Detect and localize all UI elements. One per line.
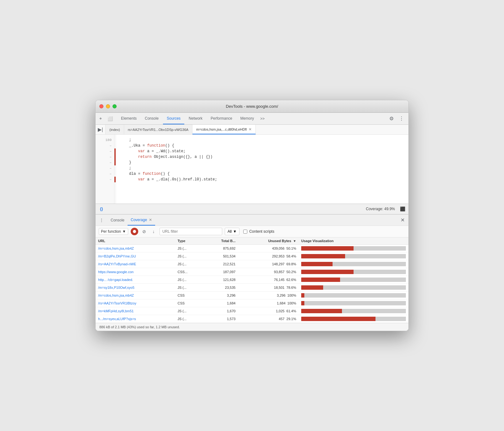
table-row[interactable]: https://www.google.con CSS... 187,097 93…: [96, 268, 408, 276]
cov-line-8: [114, 177, 116, 182]
tab-memory[interactable]: Memory: [237, 113, 258, 124]
content-scripts-checkbox[interactable]: [243, 230, 247, 234]
vis-bar-used: [301, 262, 333, 266]
table-row[interactable]: h.../m=syev,aLUfP?xjs=s JS (... 1,573 45…: [96, 315, 408, 323]
drawer-tab-coverage[interactable]: Coverage ✕: [128, 215, 155, 226]
row-unused: 457 29.1%: [238, 315, 299, 323]
title-bar: DevTools - www.google.com/: [96, 100, 408, 113]
type-filter-chevron-icon: ▼: [233, 229, 237, 234]
row-url: /m=B2qlPe,DhPYme,GU: [96, 252, 175, 260]
line-number-blank-7: –: [96, 177, 114, 182]
vis-bar-unused: [375, 317, 406, 321]
row-total: 23,535: [202, 284, 238, 292]
window-title: DevTools - www.google.com/: [226, 104, 278, 109]
screenshot-button[interactable]: ⬛: [400, 206, 405, 211]
tab-performance[interactable]: Performance: [207, 113, 236, 124]
type-filter-dropdown[interactable]: All ▼: [225, 228, 239, 235]
table-row[interactable]: /m=sy18x,P10Owf,syo5 JS (... 23,535 18,5…: [96, 284, 408, 292]
vis-bar: [301, 278, 406, 282]
download-coverage-button[interactable]: ↓: [150, 228, 157, 235]
code-line-1: ;: [120, 137, 405, 143]
vis-bar-unused: [340, 278, 406, 282]
record-coverage-button[interactable]: [131, 228, 138, 235]
row-url: /rs=AA2YrTssrVR1lBtzoy: [96, 299, 175, 307]
vis-bar-unused: [323, 285, 406, 290]
vis-bar-used: [301, 246, 354, 251]
traffic-lights: [99, 104, 117, 108]
row-type: JS (...: [175, 260, 202, 268]
tab-elements[interactable]: Elements: [117, 113, 140, 124]
coverage-table-wrapper: URL Type Total B... Unused Bytes ▼ Usage…: [96, 237, 408, 323]
file-tab-index[interactable]: (index): [106, 125, 124, 134]
cov-line-4: [114, 154, 116, 160]
table-row[interactable]: /m=cdos,hsm,jsa,mb4Z CSS 3,296 3,296 100…: [96, 292, 408, 299]
row-type: JS (...: [175, 245, 202, 252]
cov-line-3: [114, 148, 116, 154]
drawer-close-button[interactable]: ✕: [399, 216, 406, 224]
row-total: 501,534: [202, 252, 238, 260]
cov-line-5: [114, 160, 116, 165]
url-filter-input[interactable]: [160, 228, 222, 235]
format-button[interactable]: {}: [99, 206, 104, 212]
code-line-5: }: [120, 160, 405, 165]
row-type: JS (...: [175, 284, 202, 292]
coverage-table-head: URL Type Total B... Unused Bytes ▼ Usage…: [96, 237, 408, 245]
line-number-blank-5: –: [96, 165, 114, 171]
content-scripts-label[interactable]: Content scripts: [243, 229, 274, 234]
drawer-tab-coverage-close[interactable]: ✕: [149, 218, 152, 222]
code-line-4: return Object.assign({}, a || {}): [120, 154, 405, 160]
inspect-icon[interactable]: ⌖: [98, 115, 103, 122]
code-line-6: ;: [120, 165, 405, 171]
table-row[interactable]: /rs=AA2YrTssrVR1lBtzoy CSS 1,684 1,684 1…: [96, 299, 408, 307]
tab-settings-group: ⚙ ⋮: [387, 114, 406, 123]
settings-icon[interactable]: ⚙: [387, 114, 396, 123]
file-tab-cdos[interactable]: m=cdos,hsm,jsa,...c,dtl0hd,eHDfl ✕: [192, 125, 256, 134]
table-row[interactable]: /m=B2qlPe,DhPYme,GU JS (... 501,534 292,…: [96, 252, 408, 260]
vis-bar-unused: [304, 293, 406, 298]
table-row[interactable]: http... /cb=gapi.loaded. JS (... 121,628…: [96, 276, 408, 284]
close-button[interactable]: [99, 104, 103, 108]
col-unused[interactable]: Unused Bytes ▼: [238, 237, 299, 245]
row-vis: [299, 260, 408, 268]
coverage-toolbar: Per function ▼ ⊘ ↓ All ▼ Content scripts: [96, 226, 408, 237]
row-type: JS (...: [175, 276, 202, 284]
per-function-dropdown[interactable]: Per function ▼: [99, 228, 128, 235]
drawer-tab-console[interactable]: Console: [108, 215, 128, 226]
row-unused: 1,684 100%: [238, 299, 299, 307]
drawer-tab-coverage-label: Coverage: [131, 218, 147, 222]
tab-sources[interactable]: Sources: [163, 113, 184, 124]
table-row[interactable]: /rs=AA2YrTvBynad-nWE JS (... 212,521 148…: [96, 260, 408, 268]
more-options-icon[interactable]: ⋮: [397, 114, 406, 123]
table-row[interactable]: /m=cdos,hsm,jsa,mb4Z JS (... 875,692 439…: [96, 245, 408, 252]
drawer-menu-icon[interactable]: ⋮: [98, 216, 105, 224]
vis-bar: [301, 317, 406, 321]
row-vis: [299, 268, 408, 276]
vis-bar-used: [301, 301, 304, 305]
row-total: 1,670: [202, 307, 238, 315]
device-icon[interactable]: ⬜: [106, 115, 114, 122]
file-tab-index-label: (index): [109, 128, 120, 132]
reload-coverage-button[interactable]: ⊘: [141, 228, 148, 235]
vis-bar-used: [301, 254, 345, 258]
cov-line-1: [114, 137, 116, 143]
file-tab-aa2yr[interactable]: rs=AA2YrTssrVR1...Obv1DSp-vWG36A: [124, 125, 192, 134]
status-bar: 886 kB of 2.1 MB (43%) used so far, 1.2 …: [96, 323, 408, 331]
col-total[interactable]: Total B...: [202, 237, 238, 245]
col-url[interactable]: URL: [96, 237, 175, 245]
table-row[interactable]: /m=kMFpHd,sy8l,bm51 JS (... 1,670 1,025 …: [96, 307, 408, 315]
file-tab-cdos-close[interactable]: ✕: [249, 127, 252, 131]
line-number-blank-4: –: [96, 160, 114, 165]
row-total: 187,097: [202, 268, 238, 276]
record-inner-dot: [133, 230, 136, 233]
row-unused: 148,297 69.8%: [238, 260, 299, 268]
more-tabs-button[interactable]: >>: [258, 115, 266, 122]
col-type[interactable]: Type: [175, 237, 202, 245]
minimize-button[interactable]: [106, 104, 110, 108]
tab-network[interactable]: Network: [185, 113, 206, 124]
tab-console[interactable]: Console: [141, 113, 162, 124]
file-tab-bar: ▶| (index) rs=AA2YrTssrVR1...Obv1DSp-vWG…: [96, 125, 408, 135]
drawer-tab-bar: ⋮ Console Coverage ✕ ✕: [96, 215, 408, 226]
row-vis: [299, 252, 408, 260]
sidebar-toggle-button[interactable]: ▶|: [96, 125, 106, 134]
maximize-button[interactable]: [113, 104, 117, 108]
